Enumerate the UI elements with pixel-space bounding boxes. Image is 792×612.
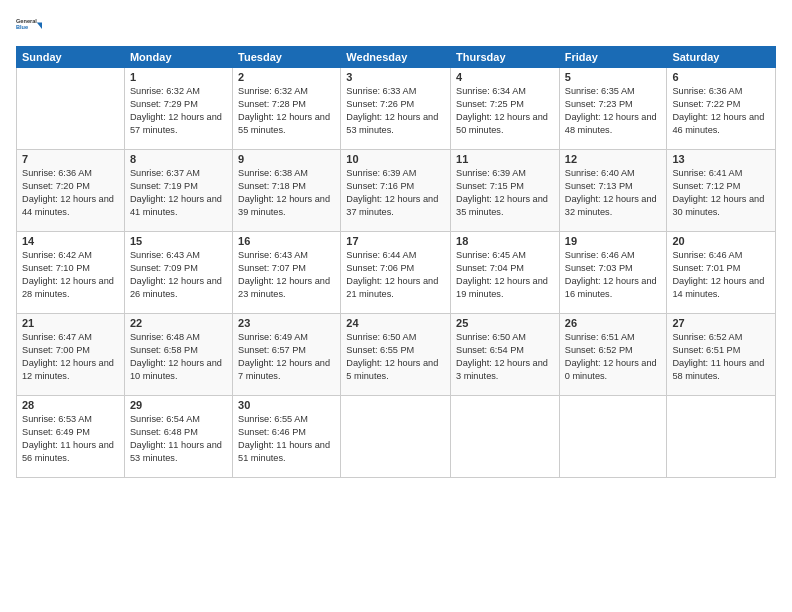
day-number: 14 [22,235,119,247]
cell-info: Sunrise: 6:32 AM Sunset: 7:29 PM Dayligh… [130,85,227,137]
cell-info: Sunrise: 6:46 AM Sunset: 7:03 PM Dayligh… [565,249,662,301]
calendar-cell: 18Sunrise: 6:45 AM Sunset: 7:04 PM Dayli… [451,232,560,314]
cell-info: Sunrise: 6:39 AM Sunset: 7:15 PM Dayligh… [456,167,554,219]
day-number: 9 [238,153,335,165]
calendar-cell: 23Sunrise: 6:49 AM Sunset: 6:57 PM Dayli… [233,314,341,396]
day-number: 28 [22,399,119,411]
day-number: 26 [565,317,662,329]
day-number: 18 [456,235,554,247]
day-number: 6 [672,71,770,83]
calendar-cell [667,396,776,478]
calendar-cell: 28Sunrise: 6:53 AM Sunset: 6:49 PM Dayli… [17,396,125,478]
cell-info: Sunrise: 6:54 AM Sunset: 6:48 PM Dayligh… [130,413,227,465]
cell-info: Sunrise: 6:33 AM Sunset: 7:26 PM Dayligh… [346,85,445,137]
cell-info: Sunrise: 6:52 AM Sunset: 6:51 PM Dayligh… [672,331,770,383]
calendar-row: 21Sunrise: 6:47 AM Sunset: 7:00 PM Dayli… [17,314,776,396]
cell-info: Sunrise: 6:36 AM Sunset: 7:22 PM Dayligh… [672,85,770,137]
header-day: Friday [559,47,667,68]
cell-info: Sunrise: 6:43 AM Sunset: 7:07 PM Dayligh… [238,249,335,301]
cell-info: Sunrise: 6:47 AM Sunset: 7:00 PM Dayligh… [22,331,119,383]
cell-info: Sunrise: 6:46 AM Sunset: 7:01 PM Dayligh… [672,249,770,301]
day-number: 29 [130,399,227,411]
calendar-cell: 3Sunrise: 6:33 AM Sunset: 7:26 PM Daylig… [341,68,451,150]
calendar-cell: 24Sunrise: 6:50 AM Sunset: 6:55 PM Dayli… [341,314,451,396]
day-number: 1 [130,71,227,83]
calendar-cell: 15Sunrise: 6:43 AM Sunset: 7:09 PM Dayli… [124,232,232,314]
cell-info: Sunrise: 6:49 AM Sunset: 6:57 PM Dayligh… [238,331,335,383]
logo: GeneralBlue [16,10,44,38]
header-day: Thursday [451,47,560,68]
calendar-cell: 19Sunrise: 6:46 AM Sunset: 7:03 PM Dayli… [559,232,667,314]
calendar-row: 28Sunrise: 6:53 AM Sunset: 6:49 PM Dayli… [17,396,776,478]
calendar-cell: 20Sunrise: 6:46 AM Sunset: 7:01 PM Dayli… [667,232,776,314]
cell-info: Sunrise: 6:40 AM Sunset: 7:13 PM Dayligh… [565,167,662,219]
day-number: 17 [346,235,445,247]
header-day: Wednesday [341,47,451,68]
calendar-cell: 8Sunrise: 6:37 AM Sunset: 7:19 PM Daylig… [124,150,232,232]
calendar-row: 1Sunrise: 6:32 AM Sunset: 7:29 PM Daylig… [17,68,776,150]
cell-info: Sunrise: 6:53 AM Sunset: 6:49 PM Dayligh… [22,413,119,465]
header-day: Monday [124,47,232,68]
day-number: 15 [130,235,227,247]
calendar-cell [17,68,125,150]
day-number: 16 [238,235,335,247]
cell-info: Sunrise: 6:36 AM Sunset: 7:20 PM Dayligh… [22,167,119,219]
day-number: 23 [238,317,335,329]
calendar-cell: 13Sunrise: 6:41 AM Sunset: 7:12 PM Dayli… [667,150,776,232]
calendar-cell [341,396,451,478]
cell-info: Sunrise: 6:37 AM Sunset: 7:19 PM Dayligh… [130,167,227,219]
calendar-cell: 10Sunrise: 6:39 AM Sunset: 7:16 PM Dayli… [341,150,451,232]
cell-info: Sunrise: 6:44 AM Sunset: 7:06 PM Dayligh… [346,249,445,301]
svg-marker-2 [37,23,42,29]
calendar-cell: 27Sunrise: 6:52 AM Sunset: 6:51 PM Dayli… [667,314,776,396]
calendar-cell: 4Sunrise: 6:34 AM Sunset: 7:25 PM Daylig… [451,68,560,150]
day-number: 7 [22,153,119,165]
header-day: Tuesday [233,47,341,68]
calendar-cell: 9Sunrise: 6:38 AM Sunset: 7:18 PM Daylig… [233,150,341,232]
day-number: 30 [238,399,335,411]
cell-info: Sunrise: 6:42 AM Sunset: 7:10 PM Dayligh… [22,249,119,301]
cell-info: Sunrise: 6:48 AM Sunset: 6:58 PM Dayligh… [130,331,227,383]
day-number: 8 [130,153,227,165]
calendar-cell: 17Sunrise: 6:44 AM Sunset: 7:06 PM Dayli… [341,232,451,314]
day-number: 19 [565,235,662,247]
calendar-cell: 7Sunrise: 6:36 AM Sunset: 7:20 PM Daylig… [17,150,125,232]
day-number: 13 [672,153,770,165]
cell-info: Sunrise: 6:35 AM Sunset: 7:23 PM Dayligh… [565,85,662,137]
day-number: 5 [565,71,662,83]
cell-info: Sunrise: 6:51 AM Sunset: 6:52 PM Dayligh… [565,331,662,383]
cell-info: Sunrise: 6:32 AM Sunset: 7:28 PM Dayligh… [238,85,335,137]
header-row: SundayMondayTuesdayWednesdayThursdayFrid… [17,47,776,68]
svg-text:Blue: Blue [16,24,28,30]
calendar-cell: 30Sunrise: 6:55 AM Sunset: 6:46 PM Dayli… [233,396,341,478]
svg-text:General: General [16,18,37,24]
day-number: 24 [346,317,445,329]
day-number: 25 [456,317,554,329]
day-number: 27 [672,317,770,329]
calendar-cell: 22Sunrise: 6:48 AM Sunset: 6:58 PM Dayli… [124,314,232,396]
cell-info: Sunrise: 6:50 AM Sunset: 6:54 PM Dayligh… [456,331,554,383]
calendar-cell: 25Sunrise: 6:50 AM Sunset: 6:54 PM Dayli… [451,314,560,396]
day-number: 3 [346,71,445,83]
calendar-cell [451,396,560,478]
calendar-cell: 1Sunrise: 6:32 AM Sunset: 7:29 PM Daylig… [124,68,232,150]
day-number: 22 [130,317,227,329]
header-day: Saturday [667,47,776,68]
day-number: 11 [456,153,554,165]
calendar-cell: 29Sunrise: 6:54 AM Sunset: 6:48 PM Dayli… [124,396,232,478]
cell-info: Sunrise: 6:41 AM Sunset: 7:12 PM Dayligh… [672,167,770,219]
calendar-cell: 12Sunrise: 6:40 AM Sunset: 7:13 PM Dayli… [559,150,667,232]
day-number: 20 [672,235,770,247]
calendar-row: 14Sunrise: 6:42 AM Sunset: 7:10 PM Dayli… [17,232,776,314]
day-number: 2 [238,71,335,83]
calendar-cell: 6Sunrise: 6:36 AM Sunset: 7:22 PM Daylig… [667,68,776,150]
calendar-cell: 26Sunrise: 6:51 AM Sunset: 6:52 PM Dayli… [559,314,667,396]
calendar-cell: 14Sunrise: 6:42 AM Sunset: 7:10 PM Dayli… [17,232,125,314]
calendar-page: GeneralBlue SundayMondayTuesdayWednesday… [0,0,792,612]
day-number: 21 [22,317,119,329]
calendar-cell: 21Sunrise: 6:47 AM Sunset: 7:00 PM Dayli… [17,314,125,396]
day-number: 12 [565,153,662,165]
cell-info: Sunrise: 6:45 AM Sunset: 7:04 PM Dayligh… [456,249,554,301]
day-number: 4 [456,71,554,83]
header-day: Sunday [17,47,125,68]
